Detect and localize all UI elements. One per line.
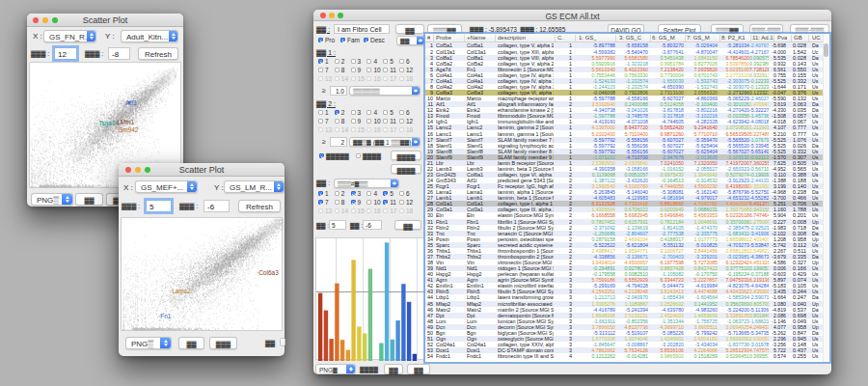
svg-text:·Col6a3: ·Col6a3 <box>257 269 279 276</box>
svg-text:·LMfn1: ·LMfn1 <box>115 119 135 125</box>
svg-text:Atf3: Atf3 <box>125 99 137 106</box>
svg-text:·Gm942: ·Gm942 <box>116 126 139 133</box>
svg-text:·Fn1: ·Fn1 <box>158 313 172 319</box>
svg-text:·Lamc2: ·Lamc2 <box>170 288 191 294</box>
